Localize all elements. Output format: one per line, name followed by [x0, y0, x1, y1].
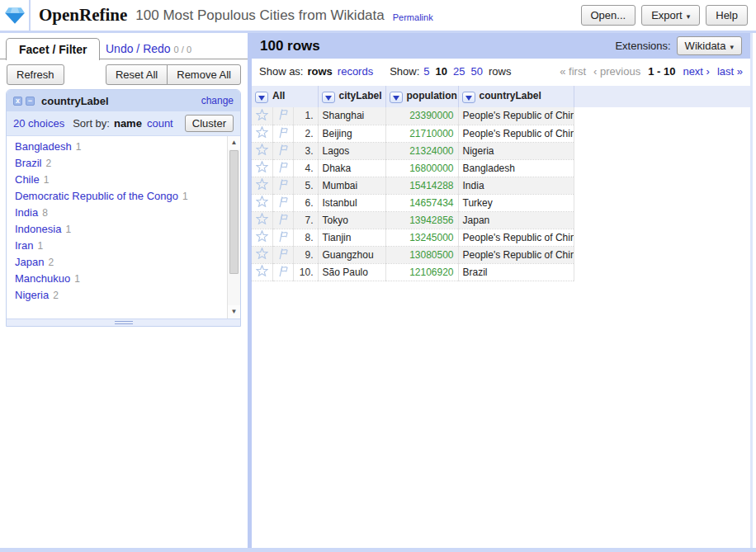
column-menu-icon[interactable] [322, 92, 335, 103]
row-flag-toggle[interactable] [272, 211, 293, 229]
first-page-link[interactable]: « first [560, 65, 586, 78]
permalink-link[interactable]: Permalink [393, 12, 433, 22]
row-flag-toggle[interactable] [272, 142, 293, 159]
cell-countrylabel[interactable]: Turkey [458, 194, 574, 211]
last-page-link[interactable]: last » [717, 65, 743, 78]
panel-divider[interactable] [248, 33, 252, 552]
scrollbar-thumb[interactable] [229, 150, 239, 274]
cell-citylabel[interactable]: Tianjin [318, 229, 385, 246]
scroll-down-icon[interactable]: ▼ [228, 305, 240, 318]
row-flag-toggle[interactable] [272, 246, 293, 263]
column-menu-icon[interactable] [462, 92, 475, 103]
facet-choice-label[interactable]: Indonesia [15, 223, 61, 235]
cell-countrylabel[interactable]: People's Republic of China [458, 246, 574, 263]
row-flag-toggle[interactable] [272, 125, 293, 142]
cell-citylabel[interactable]: Lagos [318, 142, 385, 159]
cell-countrylabel[interactable]: People's Republic of China [458, 125, 574, 142]
row-star-toggle[interactable] [252, 125, 272, 142]
facet-choice-label[interactable]: Democratic Republic of the Congo [15, 190, 178, 202]
scroll-up-icon[interactable]: ▲ [228, 136, 240, 149]
row-star-toggle[interactable] [252, 211, 272, 229]
wikidata-extension-button[interactable]: Wikidata▾ [677, 36, 742, 55]
facet-choice-label[interactable]: Brazil [15, 157, 42, 169]
page-size-10[interactable]: 10 [436, 65, 447, 78]
cell-population[interactable]: 12106920 [385, 263, 458, 281]
cell-population[interactable]: 16800000 [385, 159, 458, 177]
cell-citylabel[interactable]: São Paulo [318, 263, 385, 281]
next-page-link[interactable]: next › [683, 65, 710, 78]
row-star-toggle[interactable] [252, 229, 272, 246]
facet-scrollbar[interactable]: ▲ ▼ [227, 136, 240, 318]
export-button[interactable]: Export▾ [641, 5, 700, 26]
cell-citylabel[interactable]: Guangzhou [318, 246, 385, 263]
row-flag-toggle[interactable] [272, 263, 293, 281]
sort-by-count[interactable]: count [147, 117, 173, 130]
facet-choice-label[interactable]: Iran [15, 239, 33, 252]
row-star-toggle[interactable] [252, 246, 272, 263]
facet-resize-handle[interactable] [7, 318, 240, 326]
page-size-5[interactable]: 5 [423, 65, 429, 78]
row-star-toggle[interactable] [252, 142, 272, 159]
tab-facet-filter[interactable]: Facet / Filter [6, 38, 100, 60]
cell-citylabel[interactable]: Shanghai [318, 107, 385, 125]
cell-countrylabel[interactable]: Bangladesh [458, 159, 574, 177]
facet-choices-count-link[interactable]: 20 choices [13, 117, 64, 130]
cell-population[interactable]: 14657434 [385, 194, 458, 211]
cell-countrylabel[interactable]: People's Republic of China [458, 229, 574, 246]
cell-citylabel[interactable]: Tokyo [318, 211, 385, 229]
reset-all-button[interactable]: Reset All [106, 64, 168, 85]
column-menu-icon[interactable] [255, 92, 268, 103]
tab-undo-redo[interactable]: Undo / Redo0 / 0 [106, 42, 191, 55]
remove-all-button[interactable]: Remove All [167, 64, 241, 85]
cell-countrylabel[interactable]: Japan [458, 211, 574, 229]
previous-page-link[interactable]: ‹ previous [593, 65, 640, 78]
cell-population[interactable]: 13245000 [385, 229, 458, 246]
cell-population[interactable]: 13080500 [385, 246, 458, 263]
help-button[interactable]: Help [706, 5, 748, 26]
cell-countrylabel[interactable]: People's Republic of China [458, 107, 574, 125]
cell-citylabel[interactable]: Dhaka [318, 159, 385, 177]
page-size-50[interactable]: 50 [471, 65, 483, 78]
row-flag-toggle[interactable] [272, 194, 293, 211]
cell-population[interactable]: 21324000 [385, 142, 458, 159]
column-header-countrylabel[interactable]: countryLabel [458, 86, 574, 107]
cell-countrylabel[interactable]: Brazil [458, 263, 574, 281]
column-header-all[interactable]: All [252, 86, 318, 107]
column-header-population[interactable]: population [385, 86, 458, 107]
facet-choice-label[interactable]: Japan [15, 256, 44, 268]
facet-close-icon[interactable]: x [13, 97, 22, 106]
facet-choice-label[interactable]: Bangladesh [15, 140, 72, 153]
show-as-records[interactable]: records [338, 65, 373, 78]
facet-choice-label[interactable]: India [15, 206, 38, 219]
facet-minimize-icon[interactable]: − [26, 97, 35, 106]
cell-population[interactable]: 21710000 [385, 125, 458, 142]
row-star-toggle[interactable] [252, 177, 272, 194]
show-as-rows[interactable]: rows [307, 65, 332, 78]
row-star-toggle[interactable] [252, 159, 272, 177]
row-star-toggle[interactable] [252, 107, 272, 125]
column-menu-icon[interactable] [390, 92, 403, 103]
page-size-25[interactable]: 25 [453, 65, 465, 78]
facet-change-link[interactable]: change [201, 95, 234, 106]
row-flag-toggle[interactable] [272, 177, 293, 194]
row-star-toggle[interactable] [252, 263, 272, 281]
cell-population[interactable]: 13942856 [385, 211, 458, 229]
cell-citylabel[interactable]: Istanbul [318, 194, 385, 211]
cell-citylabel[interactable]: Mumbai [318, 177, 385, 194]
cell-countrylabel[interactable]: India [458, 177, 574, 194]
row-flag-toggle[interactable] [272, 159, 293, 177]
cluster-button[interactable]: Cluster [185, 115, 234, 132]
sort-by-name[interactable]: name [114, 117, 142, 130]
column-header-citylabel[interactable]: cityLabel [318, 86, 385, 107]
cell-countrylabel[interactable]: Nigeria [458, 142, 574, 159]
row-star-toggle[interactable] [252, 194, 272, 211]
refresh-button[interactable]: Refresh [7, 64, 64, 85]
cell-citylabel[interactable]: Beijing [318, 125, 385, 142]
facet-choice-label[interactable]: Manchukuo [15, 272, 70, 285]
facet-choice-label[interactable]: Nigeria [15, 289, 49, 301]
row-flag-toggle[interactable] [272, 229, 293, 246]
cell-population[interactable]: 15414288 [385, 177, 458, 194]
row-flag-toggle[interactable] [272, 107, 293, 125]
facet-choice-label[interactable]: Chile [15, 173, 40, 186]
cell-population[interactable]: 23390000 [385, 107, 458, 125]
